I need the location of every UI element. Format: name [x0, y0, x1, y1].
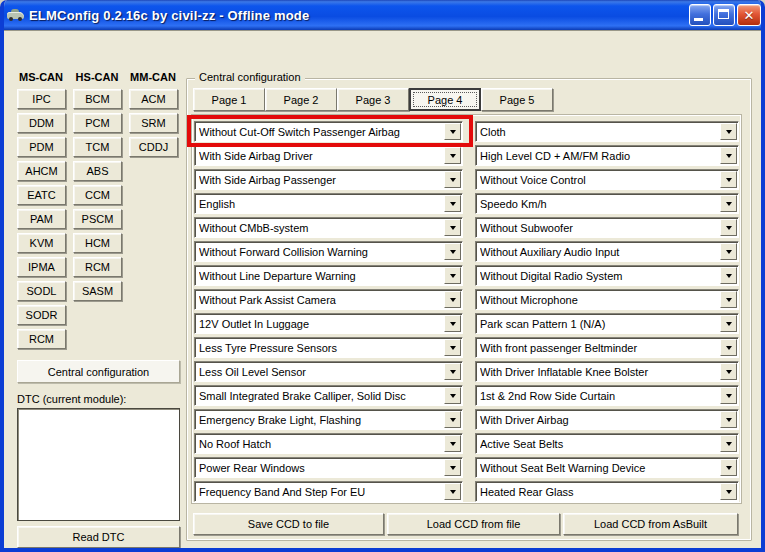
dropdown-right-6[interactable]: Without Digital Radio System — [475, 265, 739, 286]
dropdown-right-3[interactable]: Speedo Km/h — [475, 193, 739, 214]
chevron-down-icon[interactable] — [720, 483, 737, 500]
dropdown-right-5[interactable]: Without Auxiliary Audio Input — [475, 241, 739, 262]
chevron-down-icon[interactable] — [444, 315, 461, 332]
ccd-button-2[interactable]: Load CCD from AsBuilt — [563, 513, 738, 535]
close-button[interactable]: ✕ — [737, 4, 761, 26]
dropdown-right-8[interactable]: Park scan Pattern 1 (N/A) — [475, 313, 739, 334]
module-button-hcm[interactable]: HCM — [73, 233, 122, 253]
dropdown-left-3[interactable]: English — [194, 193, 463, 214]
module-button-cddj[interactable]: CDDJ — [129, 137, 178, 157]
module-button-ddm[interactable]: DDM — [17, 113, 66, 133]
module-button-bcm[interactable]: BCM — [73, 89, 122, 109]
dropdown-right-10[interactable]: With Driver Inflatable Knee Bolster — [475, 361, 739, 382]
tab-page-1[interactable]: Page 1 — [193, 88, 265, 111]
module-button-sasm[interactable]: SASM — [73, 281, 122, 301]
chevron-down-icon[interactable] — [720, 219, 737, 236]
chevron-down-icon[interactable] — [444, 147, 461, 164]
dropdown-left-8[interactable]: 12V Outlet In Luggage — [194, 313, 463, 334]
module-button-kvm[interactable]: KVM — [17, 233, 66, 253]
dropdown-left-11[interactable]: Small Integrated Brake Calliper, Solid D… — [194, 385, 463, 406]
chevron-down-icon[interactable] — [444, 363, 461, 380]
chevron-down-icon[interactable] — [444, 171, 461, 188]
dropdown-left-13[interactable]: No Roof Hatch — [194, 433, 463, 454]
titlebar[interactable]: ELMConfig 0.2.16c by civil-zz - Offline … — [0, 0, 765, 30]
dropdown-right-15[interactable]: Heated Rear Glass — [475, 481, 739, 502]
chevron-down-icon[interactable] — [444, 411, 461, 428]
module-button-ipc[interactable]: IPC — [17, 89, 66, 109]
dropdown-right-0[interactable]: Cloth — [475, 121, 739, 142]
module-button-sodr[interactable]: SODR — [17, 305, 66, 325]
chevron-down-icon[interactable] — [720, 291, 737, 308]
chevron-down-icon[interactable] — [720, 387, 737, 404]
dropdown-left-5[interactable]: Without Forward Collision Warning — [194, 241, 463, 262]
chevron-down-icon[interactable] — [720, 195, 737, 212]
module-button-tcm[interactable]: TCM — [73, 137, 122, 157]
dropdown-right-7[interactable]: Without Microphone — [475, 289, 739, 310]
chevron-down-icon[interactable] — [444, 339, 461, 356]
chevron-down-icon[interactable] — [720, 411, 737, 428]
dropdown-right-9[interactable]: With front passenger Beltminder — [475, 337, 739, 358]
dropdown-right-14[interactable]: Without Seat Belt Warning Device — [475, 457, 739, 478]
chevron-down-icon[interactable] — [444, 291, 461, 308]
chevron-down-icon[interactable] — [444, 123, 461, 140]
dropdown-left-4[interactable]: Without CMbB-system — [194, 217, 463, 238]
chevron-down-icon[interactable] — [720, 243, 737, 260]
dropdown-right-4[interactable]: Without Subwoofer — [475, 217, 739, 238]
dropdown-right-1[interactable]: High Level CD + AM/FM Radio — [475, 145, 739, 166]
ccd-button-0[interactable]: Save CCD to file — [193, 513, 384, 535]
module-button-ahcm[interactable]: AHCM — [17, 161, 66, 181]
chevron-down-icon[interactable] — [444, 267, 461, 284]
read-dtc-button[interactable]: Read DTC — [17, 526, 180, 548]
central-configuration-nav-button[interactable]: Central configuration — [17, 360, 180, 383]
chevron-down-icon[interactable] — [720, 171, 737, 188]
module-button-pdm[interactable]: PDM — [17, 137, 66, 157]
chevron-down-icon[interactable] — [720, 339, 737, 356]
module-button-pcm[interactable]: PCM — [73, 113, 122, 133]
chevron-down-icon[interactable] — [444, 459, 461, 476]
dropdown-right-2[interactable]: Without Voice Control — [475, 169, 739, 190]
dropdown-left-7[interactable]: Without Park Assist Camera — [194, 289, 463, 310]
dropdown-right-11[interactable]: 1st & 2nd Row Side Curtain — [475, 385, 739, 406]
module-button-rcm[interactable]: RCM — [73, 257, 122, 277]
dropdown-left-12[interactable]: Emergency Brake Light, Flashing — [194, 409, 463, 430]
module-button-sodl[interactable]: SODL — [17, 281, 66, 301]
dropdown-left-1[interactable]: With Side Airbag Driver — [194, 145, 463, 166]
module-button-pscm[interactable]: PSCM — [73, 209, 122, 229]
dropdown-right-12[interactable]: With Driver Airbag — [475, 409, 739, 430]
chevron-down-icon[interactable] — [720, 435, 737, 452]
chevron-down-icon[interactable] — [444, 195, 461, 212]
chevron-down-icon[interactable] — [444, 219, 461, 236]
tab-page-5[interactable]: Page 5 — [481, 88, 553, 111]
tab-page-3[interactable]: Page 3 — [337, 88, 409, 111]
chevron-down-icon[interactable] — [720, 147, 737, 164]
chevron-down-icon[interactable] — [720, 123, 737, 140]
chevron-down-icon[interactable] — [720, 363, 737, 380]
module-button-abs[interactable]: ABS — [73, 161, 122, 181]
chevron-down-icon[interactable] — [444, 435, 461, 452]
module-button-ccm[interactable]: CCM — [73, 185, 122, 205]
minimize-button[interactable] — [689, 4, 711, 26]
dropdown-left-2[interactable]: With Side Airbag Passenger — [194, 169, 463, 190]
chevron-down-icon[interactable] — [720, 459, 737, 476]
module-button-ipma[interactable]: IPMA — [17, 257, 66, 277]
module-button-rcm[interactable]: RCM — [17, 329, 66, 349]
dropdown-left-15[interactable]: Frequency Band And Step For EU — [194, 481, 463, 502]
dropdown-left-14[interactable]: Power Rear Windows — [194, 457, 463, 478]
tab-page-2[interactable]: Page 2 — [265, 88, 337, 111]
module-button-pam[interactable]: PAM — [17, 209, 66, 229]
module-button-acm[interactable]: ACM — [129, 89, 178, 109]
tab-page-4[interactable]: Page 4 — [409, 88, 481, 111]
dropdown-right-13[interactable]: Active Seat Belts — [475, 433, 739, 454]
dropdown-left-6[interactable]: Without Line Departure Warning — [194, 265, 463, 286]
chevron-down-icon[interactable] — [444, 243, 461, 260]
ccd-button-1[interactable]: Load CCD from file — [387, 513, 560, 535]
chevron-down-icon[interactable] — [720, 267, 737, 284]
chevron-down-icon[interactable] — [444, 483, 461, 500]
dropdown-left-9[interactable]: Less Tyre Pressure Sensors — [194, 337, 463, 358]
module-button-srm[interactable]: SRM — [129, 113, 178, 133]
chevron-down-icon[interactable] — [720, 315, 737, 332]
chevron-down-icon[interactable] — [444, 387, 461, 404]
module-button-eatc[interactable]: EATC — [17, 185, 66, 205]
maximize-button[interactable] — [713, 4, 735, 26]
dropdown-left-10[interactable]: Less Oil Level Sensor — [194, 361, 463, 382]
